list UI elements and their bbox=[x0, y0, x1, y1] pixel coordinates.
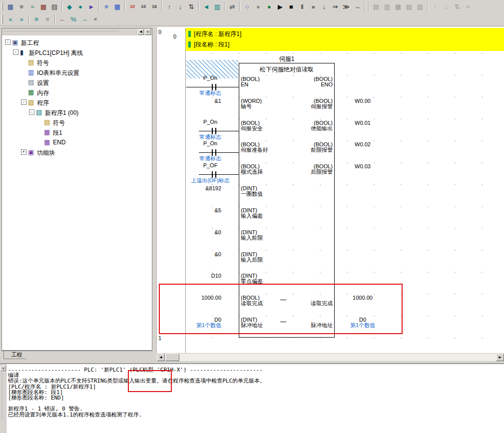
debug-mode-icon: ● bbox=[256, 3, 260, 10]
force-off-button[interactable]: ↓ bbox=[175, 1, 186, 12]
fb-output-operand[interactable]: W0.02 bbox=[344, 142, 382, 147]
fb-output-pin: (BOOL)前限报警 bbox=[270, 142, 333, 153]
compare-with-plc-icon: ⇅ bbox=[455, 3, 460, 10]
tree-expander[interactable]: - bbox=[13, 49, 18, 55]
contact-symbol[interactable] bbox=[215, 128, 216, 134]
tree-item[interactable]: ▤符号 bbox=[2, 57, 152, 67]
workspace-drag-handle[interactable] bbox=[3, 31, 118, 32]
program-stop-button[interactable]: ■ bbox=[286, 1, 297, 12]
output-drag-handle[interactable] bbox=[2, 374, 3, 419]
indent-rung-button[interactable]: » bbox=[16, 14, 27, 25]
fb-input-operand[interactable]: P_On bbox=[186, 119, 234, 125]
clock-pulse-button[interactable]: ● bbox=[75, 1, 86, 12]
tree-item[interactable]: ▤设置 bbox=[2, 77, 152, 87]
comment-list-button[interactable]: ≡ bbox=[42, 14, 53, 25]
network-comm-button[interactable]: ⇄ bbox=[227, 1, 238, 12]
tree-expander[interactable]: + bbox=[21, 149, 26, 155]
outdent-rung-button[interactable]: « bbox=[5, 14, 16, 25]
scrollbar-thumb[interactable] bbox=[165, 354, 179, 361]
work-online-button[interactable]: ○ bbox=[242, 1, 253, 12]
contact-symbol[interactable] bbox=[212, 128, 213, 134]
step-into-button[interactable]: ↓ bbox=[319, 1, 330, 12]
program-run-button[interactable]: ▶ bbox=[275, 1, 286, 12]
monitor-window-button[interactable]: ▤ bbox=[49, 1, 60, 12]
toolbar-grip[interactable] bbox=[1, 15, 3, 24]
tree-item[interactable]: ▦内存 bbox=[2, 87, 152, 97]
tree-item[interactable]: ▦段1 bbox=[2, 127, 152, 137]
tree-item[interactable]: -▧新程序1 (00) bbox=[2, 107, 152, 117]
go-previous-button[interactable]: ← bbox=[57, 14, 68, 25]
tree-item[interactable]: -▣新工程 bbox=[2, 37, 152, 47]
output-close-button[interactable]: × bbox=[0, 366, 6, 371]
monitor-decimal-button[interactable]: 10 bbox=[127, 1, 138, 12]
workspace-close-button[interactable]: × bbox=[145, 29, 151, 35]
fb-input-pin: (BOOL)伺服准备好 bbox=[241, 142, 268, 153]
fb-input-operand[interactable]: &0 bbox=[161, 230, 221, 235]
tree-item[interactable]: ▦END bbox=[2, 137, 152, 147]
flag-marker-button[interactable]: ► bbox=[86, 1, 97, 12]
fb-pin-type: (DINT) bbox=[241, 252, 263, 257]
differential-monitor-button[interactable]: ◄ bbox=[201, 1, 212, 12]
tree-expander[interactable]: - bbox=[5, 39, 10, 45]
force-on-button[interactable]: ↑ bbox=[164, 1, 175, 12]
continuous-run-button[interactable]: ≫ bbox=[341, 1, 352, 12]
monitor-hex-button[interactable]: 16 bbox=[149, 1, 160, 12]
fb-output-operand[interactable]: W0.01 bbox=[344, 120, 382, 126]
tree-item[interactable]: -▮新PLC1[CP1H] 离线 bbox=[2, 47, 152, 57]
fb-input-operand[interactable]: P_On bbox=[186, 141, 234, 146]
scroll-right-button[interactable]: ► bbox=[496, 354, 504, 361]
fb-input-operand[interactable]: &5 bbox=[161, 208, 221, 213]
fb-output-operand[interactable]: W0.00 bbox=[344, 98, 382, 104]
program-name-text: [程序名 : 新程序1] bbox=[194, 30, 241, 37]
toolbar-separator bbox=[124, 1, 125, 11]
address-reference-button[interactable]: ≡ bbox=[101, 1, 112, 12]
go-next-button[interactable]: → bbox=[79, 14, 90, 25]
fb-input-operand[interactable]: P_On bbox=[186, 75, 234, 81]
operand-comment: 上溢出(OF)标志 bbox=[183, 178, 238, 183]
scroll-left-button[interactable]: ◄ bbox=[157, 354, 165, 361]
tree-item[interactable]: -▨程序 bbox=[2, 97, 152, 107]
project-tree: -▣新工程-▮新PLC1[CP1H] 离线▤符号▥IO表和单元设置▤设置▦内存-… bbox=[2, 37, 152, 187]
program-pause-button[interactable]: ‖ bbox=[297, 1, 308, 12]
tree-item-label: 段1 bbox=[53, 129, 62, 137]
output-panel-handle[interactable]: × bbox=[0, 364, 6, 433]
time-chart-button[interactable]: ≈ bbox=[27, 1, 38, 12]
fb-input-operand[interactable]: D10 bbox=[161, 273, 221, 279]
monitor-mode-button[interactable]: ● bbox=[264, 1, 275, 12]
workspace-titlebar[interactable]: ◄ × bbox=[2, 28, 152, 35]
tree-expander[interactable]: - bbox=[21, 99, 26, 105]
replace-symbol-button[interactable]: % bbox=[68, 14, 79, 25]
step-over-button[interactable]: ⇒ bbox=[330, 1, 341, 12]
scan-run-button[interactable]: → bbox=[352, 1, 363, 12]
view-mnemonic-icon: ≡ bbox=[19, 3, 23, 10]
view-mnemonic-button[interactable]: ≡ bbox=[16, 1, 27, 12]
fb-input-operand[interactable]: &0 bbox=[161, 252, 221, 257]
tab-project[interactable]: 工程 bbox=[3, 351, 29, 359]
watch-window-button[interactable]: ◆ bbox=[64, 1, 75, 12]
operand-value: W0.00 bbox=[344, 98, 382, 104]
toolbar-grip[interactable] bbox=[1, 2, 3, 11]
tree-item[interactable]: ▥IO表和单元设置 bbox=[2, 67, 152, 77]
view-diagram-button[interactable]: ▦ bbox=[5, 1, 16, 12]
io-table-view-button[interactable]: ▦ bbox=[112, 1, 123, 12]
fb-output-operand[interactable]: W0.03 bbox=[344, 164, 382, 169]
fb-input-operand[interactable]: &8192 bbox=[161, 186, 221, 191]
fb-input-operand[interactable]: &1 bbox=[161, 98, 221, 104]
horizontal-scrollbar[interactable]: ◄ ► bbox=[157, 353, 504, 361]
fb-input-operand[interactable]: P_OF bbox=[186, 163, 234, 168]
monitor-signed-decimal-button[interactable]: 10 bbox=[138, 1, 149, 12]
pause-monitoring-button[interactable]: ▥ bbox=[212, 1, 223, 12]
io-comment-view-button[interactable]: ▩ bbox=[38, 1, 49, 12]
workspace-collapse-button[interactable]: ◄ bbox=[138, 29, 144, 35]
clear-search-button[interactable]: × bbox=[90, 14, 101, 25]
operand-comment: 常通标志 bbox=[183, 134, 238, 140]
step-run-button[interactable]: » bbox=[308, 1, 319, 12]
section-icon: ▦ bbox=[44, 128, 50, 136]
force-cancel-button[interactable]: ⇅ bbox=[186, 1, 197, 12]
tree-item[interactable]: ▤符号 bbox=[2, 117, 152, 127]
debug-mode-button[interactable]: ● bbox=[253, 1, 264, 12]
rung-list-button[interactable]: ≡ bbox=[31, 14, 42, 25]
tree-expander[interactable]: - bbox=[29, 109, 34, 115]
fb-input-pin: (BOOL)模式选择 bbox=[241, 164, 263, 175]
tree-item[interactable]: +▣功能块 bbox=[2, 147, 152, 157]
